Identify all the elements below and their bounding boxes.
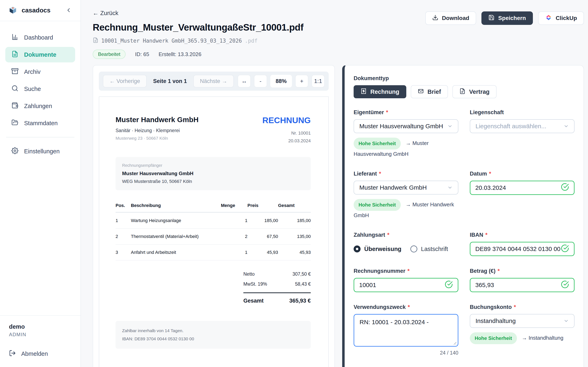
user-name: demo xyxy=(9,323,71,330)
recipient-label: Rechnungsempfänger xyxy=(122,163,304,168)
zoom-out-button[interactable]: - xyxy=(254,75,267,87)
payment-terms: Zahlbar innerhalb von 14 Tagen. xyxy=(122,327,304,335)
fit-width-button[interactable]: ↔ xyxy=(238,75,251,87)
logout-icon xyxy=(9,350,16,358)
document-id: ID: 65 xyxy=(135,51,149,58)
sidebar-nav: Dashboard Dokumente Archiv Suche Zahlung… xyxy=(0,21,80,161)
property-select[interactable]: Liegenschaft auswählen... xyxy=(470,119,575,133)
char-counter: 24 / 140 xyxy=(354,350,458,356)
table-row: 3 Anfahrt und Arbeitszeit 1 45,93 45,93 xyxy=(116,244,311,260)
chevron-down-icon xyxy=(447,124,453,129)
radio-lastschrift[interactable]: Lastschrift xyxy=(410,245,448,252)
invoice-company-name: Muster Handwerk GmbH xyxy=(116,116,199,124)
logout-button[interactable]: Abmelden xyxy=(9,350,71,358)
required-marker: * xyxy=(407,268,410,274)
header-actions: Download Speichern xyxy=(425,10,584,59)
nav-divider xyxy=(6,137,74,137)
booking-account-field: Buchungskonto* Instandhaltung Hohe Siche… xyxy=(470,304,575,356)
sidebar-item-einstellungen[interactable]: Einstellungen xyxy=(5,143,75,159)
supplier-field: Lieferant* Muster Handwerk GmbH Hohe Sic… xyxy=(354,171,458,220)
totals-gesamt-row: Gesamt 365,93 € xyxy=(243,292,311,306)
owner-confidence-row: Hohe Sicherheit→ Muster Hausverwaltung G… xyxy=(354,138,458,159)
doc-type-vertrag-button[interactable]: Vertrag xyxy=(452,85,497,98)
required-marker: * xyxy=(489,171,491,177)
invoice-totals: Netto 307,50 € MwSt. 19% 58,43 € Gesamt … xyxy=(243,269,311,306)
file-extension: .pdf xyxy=(245,38,258,44)
doc-type-label: Dokumenttyp xyxy=(354,75,575,82)
check-circle-icon xyxy=(561,280,569,290)
user-role: ADMIN xyxy=(9,332,71,337)
sidebar-item-dashboard[interactable]: Dashboard xyxy=(5,30,75,45)
sidebar: casadocs Dashboard Dokumente Archiv xyxy=(0,0,81,367)
purpose-field: Verwendungszweck* RN: 10001 - 20.03.2024… xyxy=(354,304,458,356)
sidebar-item-suche[interactable]: Suche xyxy=(5,81,75,97)
next-page-button[interactable]: Nächste → xyxy=(193,75,234,87)
invoice-footer-box: Zahlbar innerhalb von 14 Tagen. IBAN: DE… xyxy=(116,321,311,349)
sidebar-item-label: Stammdaten xyxy=(24,120,58,127)
sidebar-item-label: Zahlungen xyxy=(24,103,52,109)
purpose-textarea[interactable]: RN: 10001 - 20.03.2024 - xyxy=(354,314,458,347)
prev-page-button[interactable]: ← Vorherige xyxy=(103,75,147,87)
save-button[interactable]: Speichern xyxy=(481,11,533,25)
amount-input[interactable]: 365,93 xyxy=(470,278,575,292)
clickup-button[interactable]: ClickUp xyxy=(538,11,584,25)
content-row: ← Vorherige Seite 1 von 1 Nächste → ↔ - … xyxy=(93,65,584,367)
search-icon xyxy=(11,85,18,93)
radio-selected-icon xyxy=(354,245,361,252)
sidebar-item-stammdaten[interactable]: Stammdaten xyxy=(5,115,75,131)
header-left: ← Zurück Rechnung_Muster_VerwaltungaßeSt… xyxy=(93,10,303,59)
chevron-left-icon xyxy=(65,7,72,14)
account-confidence-row: Hohe Sicherheit→ Instandhaltung xyxy=(470,332,575,344)
required-marker: * xyxy=(408,304,410,310)
sidebar-item-label: Einstellungen xyxy=(24,148,60,155)
actual-size-button[interactable]: 1:1 xyxy=(311,75,325,87)
supplier-select[interactable]: Muster Handwerk GmbH xyxy=(354,181,458,194)
invoice-doc-type: RECHNUNG xyxy=(262,116,311,125)
radio-unselected-icon xyxy=(410,245,417,252)
recipient-name: Muster Hausverwaltung GmbH xyxy=(122,171,304,176)
check-circle-icon xyxy=(561,244,569,254)
date-field: Datum* 20.03.2024 xyxy=(470,171,575,220)
page-header: ← Zurück Rechnung_Muster_VerwaltungaßeSt… xyxy=(93,10,584,59)
supplier-confidence-row: Hohe Sicherheit→ Muster Handwerk GmbH xyxy=(354,199,458,220)
sidebar-item-archiv[interactable]: Archiv xyxy=(5,64,75,80)
logout-label: Abmelden xyxy=(21,350,48,357)
back-link[interactable]: ← Zurück xyxy=(93,10,118,17)
invoice-line-items-table: Pos. Beschreibung Menge Preis Gesamt 1 W… xyxy=(116,203,311,261)
date-input[interactable]: 20.03.2024 xyxy=(470,181,575,195)
invoice-iban: IBAN: DE89 3704 0044 0532 0130 00 xyxy=(122,335,304,343)
document-form-card: Dokumenttyp Rechnung Brief Vertrag xyxy=(342,65,584,367)
iban-input[interactable]: DE89 3704 0044 0532 0130 00 xyxy=(470,242,575,256)
brand-row: casadocs xyxy=(0,0,80,21)
created-date: Erstellt: 13.3.2026 xyxy=(159,51,201,58)
owner-field: Eigentümer* Muster Hausverwaltung GmbH H… xyxy=(354,109,458,159)
booking-account-select[interactable]: Instandhaltung xyxy=(470,314,575,328)
file-icon xyxy=(93,37,98,44)
zoom-in-button[interactable]: + xyxy=(295,75,308,87)
radio-ueberweisung[interactable]: Überweisung xyxy=(354,245,401,252)
file-row: 10001_Muster Handwerk GmbH_365.93_03_13_… xyxy=(93,37,303,44)
payment-type-field: Zahlungsart* Überweisung Lastschrift xyxy=(354,232,458,256)
required-marker: * xyxy=(379,171,381,177)
receipt-icon xyxy=(361,88,367,96)
owner-select[interactable]: Muster Hausverwaltung GmbH xyxy=(354,119,458,133)
clickup-icon xyxy=(545,14,552,22)
folder-open-icon xyxy=(11,119,18,127)
confidence-badge: Hohe Sicherheit xyxy=(354,138,401,150)
invoice-number-input[interactable]: 10001 xyxy=(354,278,458,292)
doc-type-rechnung-button[interactable]: Rechnung xyxy=(354,85,406,98)
totals-mwst-row: MwSt. 19% 58,43 € xyxy=(243,279,311,289)
page-title: Rechnung_Muster_VerwaltungaßeStr_10001.p… xyxy=(93,22,303,33)
chevron-down-icon xyxy=(563,124,569,129)
pdf-page: Muster Handwerk GmbH Sanitär · Heizung ·… xyxy=(99,96,329,367)
sidebar-item-zahlungen[interactable]: Zahlungen xyxy=(5,98,75,114)
sidebar-item-dokumente[interactable]: Dokumente xyxy=(5,47,75,62)
sidebar-collapse-button[interactable] xyxy=(65,7,72,14)
download-icon xyxy=(432,15,438,22)
sidebar-item-label: Dashboard xyxy=(24,34,53,41)
casadocs-logo-icon xyxy=(9,6,17,15)
download-button[interactable]: Download xyxy=(425,11,476,25)
doc-type-brief-button[interactable]: Brief xyxy=(411,85,448,98)
property-field: Liegenschaft Liegenschaft auswählen... xyxy=(470,109,575,159)
zoom-controls: ↔ - 88% + 1:1 xyxy=(238,75,325,87)
